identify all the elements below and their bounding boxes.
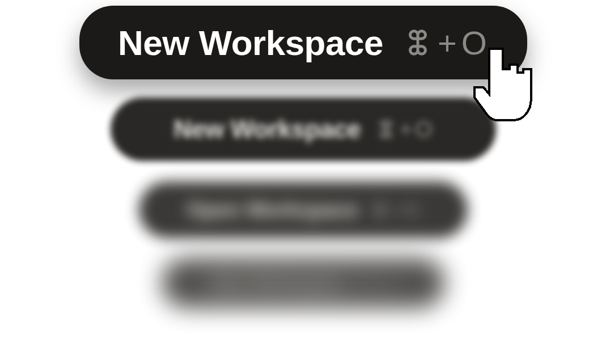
menu-item-label: New Workspace xyxy=(118,23,383,63)
shortcut-plus: + xyxy=(399,117,412,142)
keyboard-shortcut: + O xyxy=(402,24,488,62)
menu-item-label: New Workspace xyxy=(210,273,345,294)
keyboard-shortcut: + O xyxy=(371,199,419,221)
shortcut-plus: + xyxy=(391,199,402,221)
shortcut-key: O xyxy=(383,274,396,292)
shortcut-plus: + xyxy=(438,24,457,62)
stage: New Workspace + O New Workspace + O Open… xyxy=(0,0,606,364)
menu-item-label: Open Workspace xyxy=(187,198,358,222)
keyboard-shortcut: + O xyxy=(375,117,432,142)
shortcut-key: O xyxy=(405,199,419,221)
command-icon xyxy=(356,276,371,290)
shortcut-key: O xyxy=(461,24,488,62)
command-icon xyxy=(402,27,433,58)
command-icon xyxy=(371,201,389,219)
menu-item-new-workspace-blurred[interactable]: New Workspace + O xyxy=(111,98,496,161)
menu-item-new-workspace-faded[interactable]: New Workspace + O xyxy=(162,258,445,308)
shortcut-key: O xyxy=(415,117,433,142)
keyboard-shortcut: + O xyxy=(356,274,396,292)
menu-item-open-workspace-blurred[interactable]: Open Workspace + O xyxy=(139,181,468,238)
shortcut-plus: + xyxy=(372,274,382,292)
menu-item-label: New Workspace xyxy=(173,115,361,143)
menu-item-new-workspace[interactable]: New Workspace + O xyxy=(79,6,527,79)
command-icon xyxy=(375,118,397,140)
